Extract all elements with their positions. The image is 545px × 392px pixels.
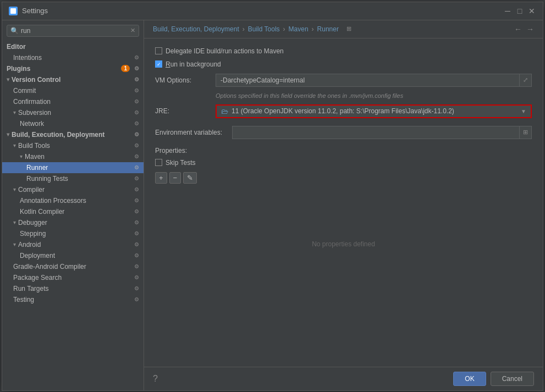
- env-input[interactable]: [232, 126, 519, 139]
- config-icon: ⚙: [134, 175, 139, 181]
- jre-select[interactable]: 🗁 11 (Oracle OpenJDK version 11.0.2, pat…: [216, 104, 532, 118]
- breadcrumb-item-2[interactable]: Build Tools: [248, 25, 280, 33]
- config-icon: ⚙: [134, 109, 139, 115]
- breadcrumb-item-4[interactable]: Runner: [317, 25, 339, 33]
- skip-tests-label: Skip Tests: [166, 159, 195, 167]
- config-icon: ⚙: [134, 142, 139, 148]
- svg-rect-0: [10, 8, 16, 14]
- sidebar-item-subversion[interactable]: Subversion ⚙: [2, 107, 144, 118]
- no-properties-text: No properties defined: [155, 189, 532, 299]
- sidebar-item-build-execution-deployment[interactable]: Build, Execution, Deployment ⚙: [2, 129, 144, 140]
- skip-tests-row: Skip Tests: [155, 159, 532, 167]
- add-property-button[interactable]: +: [155, 172, 167, 184]
- minimize-button[interactable]: ─: [503, 7, 512, 15]
- sidebar-item-intentions[interactable]: Intentions ⚙: [2, 52, 144, 63]
- sidebar-item-label: Debugger: [18, 219, 47, 227]
- search-icon: 🔍: [10, 27, 19, 35]
- config-icon: ⚙: [134, 274, 139, 280]
- sidebar-item-label: Running Tests: [26, 175, 68, 183]
- ok-button[interactable]: OK: [453, 372, 486, 386]
- breadcrumb-item-1[interactable]: Build, Execution, Deployment: [153, 25, 239, 33]
- maximize-button[interactable]: □: [515, 7, 524, 15]
- sidebar-item-label: Stepping: [20, 230, 46, 238]
- env-row: Environment variables: ⊞: [155, 126, 532, 139]
- jre-label: JRE:: [155, 107, 216, 115]
- sidebar-item-plugins[interactable]: Plugins 1 ⚙: [2, 63, 144, 74]
- sidebar-item-runner[interactable]: Runner ⚙: [2, 162, 144, 173]
- sidebar-item-label: Package Search: [13, 274, 62, 281]
- remove-property-button[interactable]: −: [169, 172, 181, 184]
- sidebar-item-label: Editor: [7, 43, 26, 51]
- skip-tests-checkbox[interactable]: [155, 159, 162, 166]
- search-input[interactable]: run: [21, 27, 128, 35]
- sidebar-item-annotation-processors[interactable]: Annotation Processors ⚙: [2, 195, 144, 206]
- sidebar-item-editor[interactable]: Editor: [2, 41, 144, 52]
- search-wrap: 🔍 run ✕: [7, 25, 139, 37]
- expand-arrow: [13, 186, 16, 192]
- sidebar-item-network[interactable]: Network ⚙: [2, 118, 144, 129]
- sidebar-item-commit[interactable]: Commit ⚙: [2, 85, 144, 96]
- config-icon: ⚙: [134, 252, 139, 258]
- sidebar-item-confirmation[interactable]: Confirmation ⚙: [2, 96, 144, 107]
- vm-options-hint: Options specified in this field override…: [216, 92, 532, 99]
- cancel-button[interactable]: Cancel: [491, 372, 534, 386]
- search-clear-icon[interactable]: ✕: [130, 27, 135, 34]
- sidebar-item-compiler[interactable]: Compiler ⚙: [2, 184, 144, 195]
- vm-options-input[interactable]: -DarchetypeCatalog=internal: [216, 74, 520, 87]
- sidebar-item-package-search[interactable]: Package Search ⚙: [2, 272, 144, 283]
- sidebar-tree: Editor Intentions ⚙ Plugins 1 ⚙ Version …: [2, 41, 144, 390]
- jre-folder-icon: 🗁: [221, 107, 228, 115]
- properties-toolbar: + − ✎: [155, 172, 532, 184]
- back-button[interactable]: ←: [514, 25, 522, 34]
- sidebar-item-debugger[interactable]: Debugger ⚙: [2, 217, 144, 228]
- sidebar-item-deployment[interactable]: Deployment ⚙: [2, 250, 144, 261]
- sidebar-item-stepping[interactable]: Stepping ⚙: [2, 228, 144, 239]
- sidebar-item-testing[interactable]: Testing ⚙: [2, 294, 144, 305]
- sidebar-item-label: Android: [18, 241, 41, 249]
- delegate-label[interactable]: Delegate IDE build/run actions to Maven: [155, 47, 284, 55]
- window-title: Settings: [22, 7, 48, 15]
- edit-property-button[interactable]: ✎: [183, 172, 197, 184]
- sidebar-item-kotlin-compiler[interactable]: Kotlin Compiler ⚙: [2, 206, 144, 217]
- background-checkbox[interactable]: [155, 60, 162, 68]
- sidebar-item-label: Testing: [13, 296, 34, 303]
- sidebar: 🔍 run ✕ Editor Intentions ⚙ Plugins 1: [2, 20, 144, 390]
- config-icon: ⚙: [134, 208, 139, 214]
- vm-options-label: VM Options:: [155, 76, 216, 84]
- title-bar: Settings ─ □ ✕: [2, 2, 543, 20]
- plugins-badge: 1: [121, 65, 130, 72]
- expand-arrow: [13, 142, 16, 148]
- expand-arrow: [13, 219, 16, 225]
- help-button[interactable]: ?: [153, 374, 158, 384]
- sidebar-item-label: Plugins: [7, 65, 30, 73]
- config-icon: ⚙: [134, 241, 139, 247]
- env-browse-button[interactable]: ⊞: [519, 126, 532, 139]
- jre-value-text: 11 (Oracle OpenJDK version 11.0.2, path:…: [232, 107, 518, 115]
- config-icon: ⚙: [134, 54, 139, 60]
- footer-buttons: OK Cancel: [453, 372, 534, 386]
- sidebar-item-version-control[interactable]: Version Control ⚙: [2, 74, 144, 85]
- sidebar-item-build-tools[interactable]: Build Tools ⚙: [2, 140, 144, 151]
- breadcrumb-item-3[interactable]: Maven: [289, 25, 309, 33]
- sidebar-item-running-tests[interactable]: Running Tests ⚙: [2, 173, 144, 184]
- sidebar-item-android[interactable]: Android ⚙: [2, 239, 144, 250]
- config-icon: ⚙: [134, 87, 139, 93]
- config-icon: ⚙: [134, 296, 139, 302]
- sidebar-item-run-targets[interactable]: Run Targets ⚙: [2, 283, 144, 294]
- close-button[interactable]: ✕: [527, 7, 536, 15]
- forward-button[interactable]: →: [526, 25, 534, 34]
- vm-options-expand-button[interactable]: ⤢: [520, 74, 532, 87]
- window-controls: ─ □ ✕: [503, 7, 536, 15]
- background-row: Run in background: [155, 60, 532, 68]
- sidebar-item-maven[interactable]: Maven ⚙: [2, 151, 144, 162]
- expand-arrow: [7, 131, 9, 137]
- main-content: Build, Execution, Deployment › Build Too…: [144, 20, 543, 390]
- config-icon: ⚙: [134, 98, 139, 104]
- config-icon: ⚙: [134, 131, 139, 137]
- sidebar-item-label: Intentions: [13, 54, 42, 62]
- config-icon: ⚙: [134, 219, 139, 225]
- background-label[interactable]: Run in background: [155, 60, 221, 68]
- delegate-checkbox[interactable]: [155, 47, 162, 54]
- sidebar-item-gradle-android-compiler[interactable]: Gradle-Android Compiler ⚙: [2, 261, 144, 272]
- breadcrumb-sep-3: ›: [312, 25, 314, 33]
